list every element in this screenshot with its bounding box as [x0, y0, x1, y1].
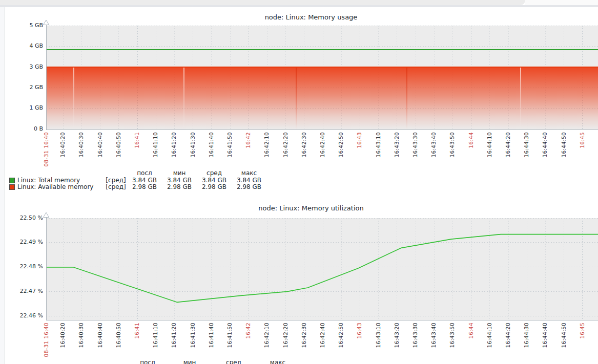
legend-series-name: Linux: Available memory: [17, 184, 93, 190]
x-axis-label: 16:41: [134, 323, 140, 339]
window-top-strip: [0, 5, 598, 7]
x-axis-label: 16:43: [356, 323, 362, 339]
x-axis-label: 16:43:50: [449, 323, 455, 348]
x-axis-label: 16:43:20: [394, 132, 400, 158]
legend-header-cell: посл: [127, 170, 162, 177]
x-axis-label: 16:43:30: [412, 132, 418, 158]
x-axis-label: 16:40:20: [59, 132, 66, 158]
x-axis-label: 16:43:40: [430, 323, 437, 348]
x-axis-label: 16:41:40: [208, 323, 214, 348]
y-axis-line: [46, 24, 47, 130]
y-axis-line: [46, 216, 47, 320]
legend-header-cell: макс: [232, 170, 266, 177]
available-memory-gradient-area: [46, 68, 598, 130]
x-axis-label: 16:41:30: [190, 132, 196, 158]
x-axis-label: 16:41:10: [152, 323, 158, 348]
x-axis-label: 16:42:20: [282, 323, 288, 348]
panel-left-border: [4, 7, 5, 364]
x-axis-label: 16:42: [245, 323, 251, 339]
y-axis-label: 22.47 %: [0, 288, 43, 294]
x-axis-label: 16:43:10: [375, 132, 381, 158]
y-axis-label: 0 B: [0, 126, 43, 132]
legend-value: 2.98 GB: [127, 184, 162, 190]
legend-scope: [сред]: [104, 184, 128, 190]
x-axis-label: 16:42:30: [301, 323, 307, 348]
x-axis-label: 16:41:50: [226, 132, 233, 158]
y-axis-label: 22.49 %: [0, 239, 43, 245]
y-axis-arrow-icon: [43, 19, 50, 26]
x-axis-label: 16:41: [134, 132, 140, 148]
y-axis-arrow-icon: [43, 212, 50, 218]
x-axis-label: 16:44:20: [505, 132, 511, 158]
legend-header-cell: макс: [260, 359, 295, 364]
x-axis-label: 16:44:40: [542, 323, 548, 348]
gradient-segment-seam: [296, 68, 297, 130]
x-axis-label: 16:44: [468, 323, 474, 339]
legend-value: 2.98 GB: [197, 184, 232, 190]
legend-value: 2.98 GB: [162, 184, 197, 190]
browser-tab-bar: [525, 0, 598, 5]
memory-utilization-line: [46, 234, 598, 302]
x-axis-label: 16:40:40: [97, 132, 103, 158]
zabbix-graphs-screenshot: node: Linux: Memory usage послминсредмак…: [0, 0, 598, 364]
x-axis-label: 16:42:30: [301, 132, 307, 158]
y-axis-label: 5 GB: [0, 23, 43, 29]
x-axis-label: 16:42:10: [263, 323, 270, 348]
x-axis-label: 16:41:10: [152, 132, 158, 158]
y-axis-label: 22.48 %: [0, 264, 43, 270]
x-axis-label: 16:44:10: [486, 323, 492, 348]
x-axis-label: 16:43:20: [394, 323, 400, 348]
y-axis-label: 2 GB: [0, 84, 43, 91]
x-axis-label: 16:45: [579, 132, 585, 148]
x-axis-label: 16:42:40: [319, 323, 325, 348]
x-axis-line: [46, 320, 598, 320]
x-axis-label: 08-31 16:40: [43, 323, 49, 357]
x-axis-label: 16:40:30: [78, 132, 84, 158]
x-axis-label: 16:43:40: [430, 132, 437, 158]
x-axis-label: 16:40:20: [59, 323, 66, 348]
browser-tab: [0, 0, 525, 5]
x-axis-label: 16:40:50: [115, 323, 121, 348]
x-axis-label: 16:42:50: [338, 132, 344, 158]
x-axis-label: 16:44:40: [542, 132, 548, 158]
x-axis-label: 16:43:30: [412, 323, 418, 348]
gradient-segment-seam: [183, 68, 184, 130]
legend-color-swatch: [9, 178, 15, 183]
x-axis-label: 08-31 16:40: [43, 132, 49, 166]
gradient-segment-seam: [406, 68, 407, 130]
x-axis-label: 16:43:50: [449, 132, 455, 158]
x-axis-label: 16:41:20: [171, 323, 177, 348]
x-axis-label: 16:42:40: [319, 132, 325, 158]
x-axis-label: 16:44:20: [505, 323, 511, 348]
page-left-margin: [0, 7, 4, 364]
x-axis-label: 16:44:30: [523, 132, 529, 158]
x-axis-line: [46, 130, 598, 130]
x-axis-label: 16:43: [356, 132, 362, 148]
x-axis-label: 16:41:40: [208, 132, 214, 158]
x-axis-label: 16:40:50: [115, 132, 121, 158]
x-axis-label: 16:42:20: [282, 132, 288, 158]
legend-value: 2.98 GB: [232, 184, 266, 190]
chart-title-memory-utilization: node: Linux: Memory utilization: [258, 204, 363, 212]
y-axis-label: 4 GB: [0, 43, 43, 49]
legend-header-cell: мин: [162, 170, 197, 177]
x-axis-label: 16:43:10: [375, 323, 381, 348]
gridline-horizontal: [46, 26, 598, 26]
x-axis-label: 16:44:10: [486, 132, 492, 158]
x-axis-label: 16:44:50: [561, 323, 567, 348]
x-axis-label: 16:41:30: [190, 323, 196, 348]
y-axis-label: 3 GB: [0, 64, 43, 70]
gridline-horizontal: [46, 46, 598, 47]
y-axis-label: 1 GB: [0, 105, 43, 111]
legend-header-cell: сред: [216, 359, 251, 364]
x-axis-label: 16:42: [245, 132, 251, 148]
x-axis-label: 16:44:50: [561, 132, 567, 158]
x-axis-label: 16:41:50: [226, 323, 233, 348]
legend-header-cell: мин: [172, 359, 207, 364]
chart-title-memory-usage: node: Linux: Memory usage: [265, 13, 358, 21]
legend-color-swatch: [9, 184, 15, 190]
x-axis-label: 16:45: [579, 323, 585, 339]
gradient-segment-seam: [73, 68, 74, 130]
x-axis-label: 16:42:10: [263, 132, 270, 158]
x-axis-label: 16:40:40: [97, 323, 103, 348]
